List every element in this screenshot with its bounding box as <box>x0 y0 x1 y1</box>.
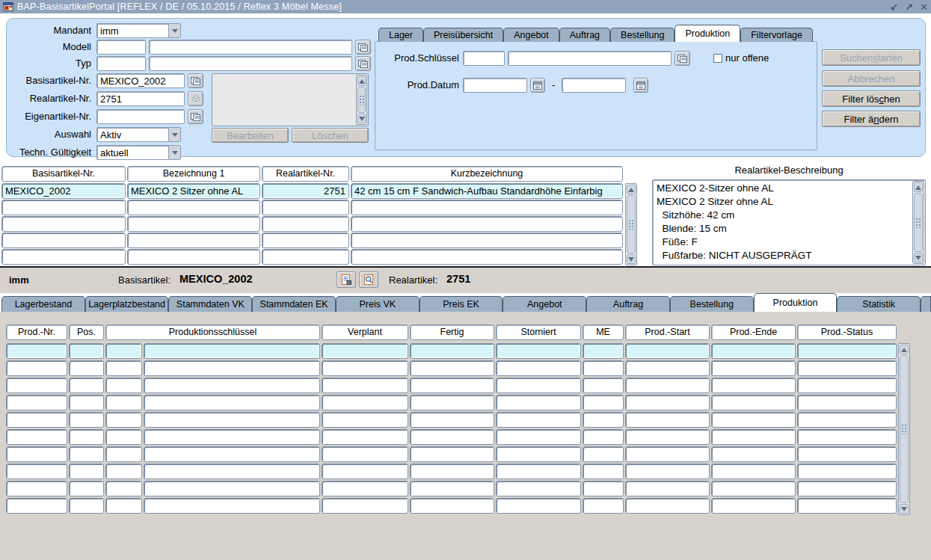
detail-tab-preis-vk[interactable]: Preis VK <box>336 296 420 312</box>
results-cell-kurzbezeichnung[interactable]: 42 cm 15 cm F Sandwich-Aufbau Standardhö… <box>351 183 623 199</box>
production-cell[interactable] <box>711 343 796 359</box>
production-cell[interactable] <box>711 429 796 445</box>
mandant-select[interactable]: imm <box>96 23 181 38</box>
results-cell-realartikel_nr[interactable]: 2751 <box>262 183 349 199</box>
production-cell[interactable] <box>496 481 581 496</box>
production-cell[interactable] <box>583 446 624 462</box>
production-cell[interactable] <box>625 498 710 514</box>
maximize-button[interactable]: ↗ <box>905 2 913 12</box>
production-cell[interactable] <box>797 498 897 514</box>
realartikel-input[interactable] <box>96 91 185 106</box>
production-cell[interactable] <box>105 395 142 410</box>
production-cell[interactable] <box>496 378 581 393</box>
production-cell[interactable] <box>797 343 897 359</box>
production-cell[interactable] <box>322 446 408 462</box>
scroll-up-button[interactable] <box>627 185 636 194</box>
results-cell-realartikel_nr[interactable] <box>262 200 349 215</box>
production-cell[interactable] <box>625 343 710 359</box>
production-cell[interactable] <box>144 360 320 376</box>
production-cell[interactable] <box>797 378 897 393</box>
production-cell[interactable] <box>6 378 67 393</box>
results-cell-bezeichnung_1[interactable] <box>127 249 260 265</box>
scroll-down-button[interactable] <box>914 253 923 262</box>
results-cell-realartikel_nr[interactable] <box>262 249 349 265</box>
production-cell[interactable] <box>6 498 67 514</box>
results-cell-bezeichnung_1[interactable] <box>127 200 260 215</box>
production-cell[interactable] <box>625 412 710 428</box>
prod-schluessel-code-input[interactable] <box>463 51 505 66</box>
production-cell[interactable] <box>625 429 710 445</box>
production-cell[interactable] <box>797 446 897 462</box>
production-cell[interactable] <box>105 446 142 462</box>
prod-datum-von-input[interactable] <box>463 78 527 93</box>
scrollbar-thumb[interactable] <box>914 193 923 252</box>
auswahl-dropdown-button[interactable] <box>168 127 181 142</box>
production-cell[interactable] <box>410 498 494 514</box>
scroll-up-button[interactable] <box>914 182 923 192</box>
production-cell[interactable] <box>69 412 104 428</box>
search-tab-auftrag[interactable]: Auftrag <box>559 28 610 42</box>
production-cell[interactable] <box>6 464 67 479</box>
results-cell-bezeichnung_1[interactable] <box>127 233 260 248</box>
production-cell[interactable] <box>105 378 142 393</box>
detail-tab-auftrag[interactable]: Auftrag <box>586 296 670 312</box>
prod-datum-von-calendar-button[interactable] <box>530 78 545 93</box>
search-tab-lager[interactable]: Lager <box>378 28 423 42</box>
production-cell[interactable] <box>583 481 624 496</box>
production-cell[interactable] <box>711 481 796 496</box>
modell-lov-button[interactable] <box>355 40 371 55</box>
production-cell[interactable] <box>69 464 104 479</box>
production-cell[interactable] <box>711 395 796 410</box>
typ-code-input[interactable] <box>96 56 146 71</box>
production-cell[interactable] <box>69 429 104 445</box>
detail-tab-stammdaten-vk[interactable]: Stammdaten VK <box>168 296 252 312</box>
production-cell[interactable] <box>69 498 104 514</box>
scrollbar-thumb[interactable] <box>627 195 636 253</box>
production-cell[interactable] <box>69 481 104 496</box>
production-cell[interactable] <box>583 378 624 393</box>
search-tab-produktion[interactable]: Produktion <box>675 25 740 42</box>
results-cell-bezeichnung_1[interactable] <box>127 216 260 232</box>
search-tab-angebot[interactable]: Angebot <box>503 28 559 42</box>
detail-tab-produktion[interactable]: Produktion <box>754 293 838 312</box>
production-cell[interactable] <box>105 343 142 359</box>
production-cell[interactable] <box>69 360 104 376</box>
production-cell[interactable] <box>322 481 408 496</box>
results-cell-basisartikel_nr[interactable]: MEXICO_2002 <box>1 183 126 199</box>
search-tab-filtervorlage[interactable]: Filtervorlage <box>740 28 813 42</box>
production-cell[interactable] <box>496 412 581 428</box>
production-cell[interactable] <box>625 378 710 393</box>
production-cell[interactable] <box>625 481 710 496</box>
production-cell[interactable] <box>711 498 796 514</box>
detail-tab-stammdaten-ek[interactable]: Stammdaten EK <box>252 296 336 312</box>
mandant-dropdown-button[interactable] <box>168 23 181 38</box>
production-cell[interactable] <box>6 343 67 359</box>
production-cell[interactable] <box>711 378 796 393</box>
scroll-down-button[interactable] <box>900 504 909 514</box>
results-cell-realartikel_nr[interactable] <box>262 233 349 248</box>
production-cell[interactable] <box>410 343 494 359</box>
suchen-starten-button[interactable]: Suchen starten <box>822 49 921 66</box>
production-cell[interactable] <box>711 446 796 462</box>
production-cell[interactable] <box>410 481 494 496</box>
techn-gueltigkeit-select[interactable]: aktuell <box>96 145 181 160</box>
production-cell[interactable] <box>496 429 581 445</box>
production-cell[interactable] <box>144 464 320 479</box>
close-button[interactable]: ✕ <box>920 2 928 12</box>
production-cell[interactable] <box>496 395 581 410</box>
production-cell[interactable] <box>410 446 494 462</box>
production-cell[interactable] <box>496 343 581 359</box>
production-cell[interactable] <box>583 412 624 428</box>
results-cell-bezeichnung_1[interactable]: MEXICO 2 Sitzer ohne AL <box>127 183 260 199</box>
beschreibung-memo[interactable] <box>212 73 369 126</box>
production-cell[interactable] <box>625 360 710 376</box>
production-cell[interactable] <box>410 378 494 393</box>
typ-lov-button[interactable] <box>355 56 371 71</box>
scroll-down-button[interactable] <box>357 114 366 123</box>
production-cell[interactable] <box>105 498 142 514</box>
results-cell-realartikel_nr[interactable] <box>262 216 349 232</box>
production-cell[interactable] <box>69 343 104 359</box>
results-cell-basisartikel_nr[interactable] <box>1 200 126 215</box>
production-cell[interactable] <box>625 464 710 479</box>
techn-gueltigkeit-dropdown-button[interactable] <box>168 145 181 160</box>
